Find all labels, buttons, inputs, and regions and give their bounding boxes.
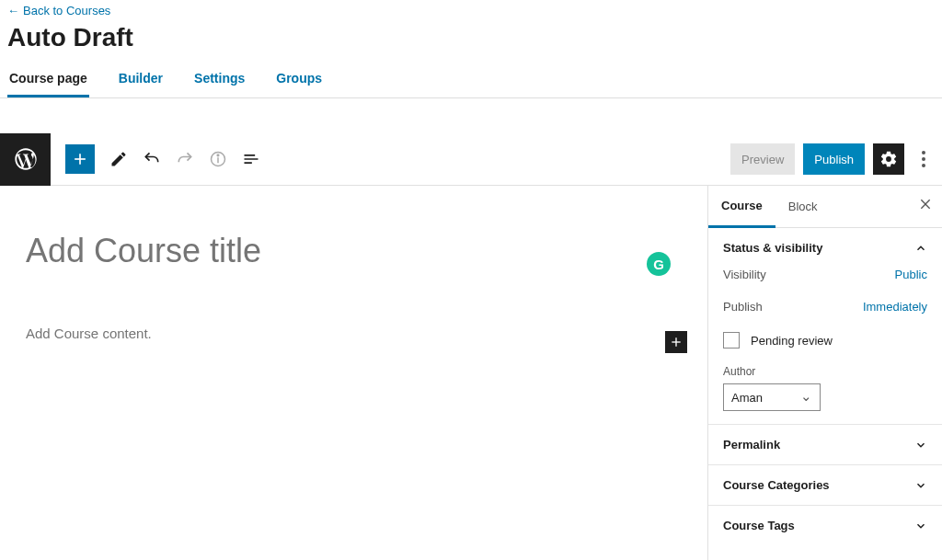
permalink-panel: Permalink	[708, 425, 942, 465]
grammarly-badge[interactable]: G	[647, 252, 671, 276]
list-icon	[242, 150, 260, 168]
close-icon	[918, 197, 933, 211]
info-button[interactable]	[209, 150, 227, 168]
editor-toolbar: Preview Publish	[0, 133, 942, 186]
pencil-icon	[109, 150, 128, 168]
page-title: Auto Draft	[0, 19, 942, 62]
undo-icon	[143, 149, 161, 169]
chevron-down-icon	[914, 520, 927, 532]
plus-icon	[71, 150, 89, 168]
permalink-toggle[interactable]: Permalink	[723, 438, 927, 451]
svg-point-2	[217, 154, 219, 156]
chevron-down-icon	[914, 479, 927, 492]
tab-course-page[interactable]: Course page	[7, 62, 89, 97]
author-label: Author	[723, 365, 927, 378]
redo-button[interactable]	[176, 150, 194, 168]
publish-value[interactable]: Immediately	[863, 300, 927, 314]
wordpress-logo[interactable]	[0, 133, 51, 186]
plus-icon	[669, 335, 684, 349]
status-visibility-panel: Status & visibility Visibility Public Pu…	[708, 228, 942, 425]
wordpress-icon	[13, 146, 39, 172]
svg-point-4	[922, 157, 925, 161]
add-block-inline-button[interactable]	[665, 331, 687, 353]
back-to-courses-link[interactable]: ← Back to Courses	[7, 4, 110, 17]
settings-gear-button[interactable]	[873, 143, 904, 175]
author-select[interactable]: Aman	[723, 383, 821, 411]
tab-groups[interactable]: Groups	[274, 62, 324, 97]
panel-title: Course Categories	[723, 478, 830, 492]
svg-point-3	[922, 151, 925, 154]
info-icon	[209, 150, 227, 168]
panel-title: Permalink	[723, 438, 780, 451]
arrow-left-icon: ←	[7, 4, 19, 17]
panel-title: Course Tags	[723, 519, 795, 532]
publish-button[interactable]: Publish	[803, 143, 865, 175]
pending-review-checkbox[interactable]	[723, 332, 740, 349]
author-selected-value: Aman	[731, 391, 763, 405]
visibility-label: Visibility	[723, 268, 766, 281]
dots-vertical-icon	[922, 151, 925, 167]
outline-button[interactable]	[242, 150, 260, 168]
chevron-up-icon	[914, 242, 927, 255]
back-link-label: Back to Courses	[23, 4, 110, 17]
close-sidebar-button[interactable]	[918, 197, 933, 211]
settings-sidebar: Course Block Status & visibility Visibil…	[708, 186, 942, 560]
preview-button[interactable]: Preview	[730, 143, 795, 175]
tab-builder[interactable]: Builder	[117, 62, 165, 97]
course-categories-panel: Course Categories	[708, 465, 942, 506]
sidebar-tab-course[interactable]: Course	[708, 186, 775, 228]
tab-settings[interactable]: Settings	[192, 62, 247, 97]
course-tabs: Course page Builder Settings Groups	[0, 62, 942, 98]
chevron-down-icon	[914, 439, 927, 451]
course-title-input[interactable]	[26, 232, 682, 270]
pending-review-label: Pending review	[751, 334, 833, 348]
publish-label: Publish	[723, 300, 763, 314]
panel-title: Status & visibility	[723, 241, 822, 255]
course-tags-panel: Course Tags	[708, 506, 942, 538]
status-visibility-toggle[interactable]: Status & visibility	[723, 241, 927, 255]
course-content-input[interactable]	[26, 326, 682, 341]
course-tags-toggle[interactable]: Course Tags	[723, 519, 927, 532]
add-block-toolbar-button[interactable]	[65, 144, 95, 174]
more-options-button[interactable]	[913, 143, 935, 175]
redo-icon	[176, 149, 194, 169]
undo-button[interactable]	[143, 150, 161, 168]
edit-mode-button[interactable]	[109, 150, 128, 168]
gear-icon	[879, 150, 898, 168]
sidebar-tab-block[interactable]: Block	[775, 187, 831, 226]
svg-point-5	[922, 164, 925, 167]
visibility-value[interactable]: Public	[895, 268, 927, 281]
course-categories-toggle[interactable]: Course Categories	[723, 478, 927, 492]
editor-canvas[interactable]: G	[0, 186, 708, 560]
